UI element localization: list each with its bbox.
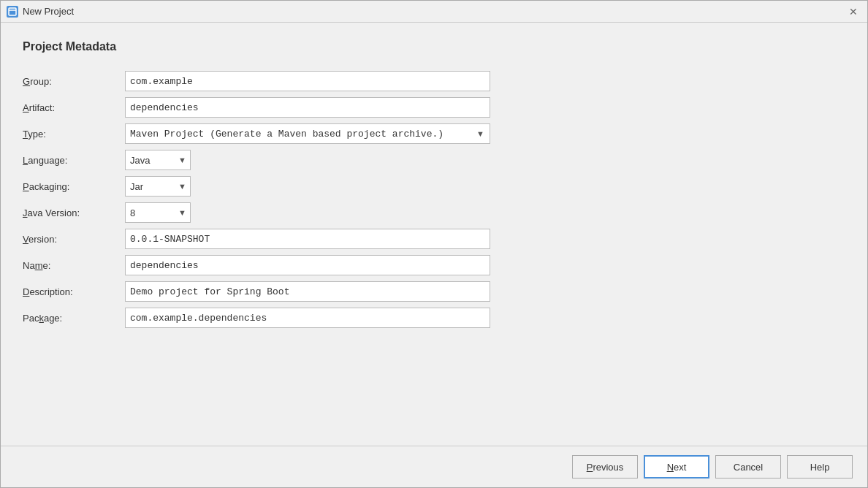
- group-label: Group:: [23, 68, 125, 94]
- group-input[interactable]: com.example: [125, 71, 490, 91]
- type-select-wrapper: Maven Project (Generate a Maven based pr…: [125, 123, 490, 144]
- section-title: Project Metadata: [23, 40, 845, 53]
- language-label: Language:: [23, 147, 125, 173]
- artifact-field: dependencies: [125, 94, 549, 121]
- window-title: New Project: [23, 6, 74, 17]
- version-field: 0.0.1-SNAPSHOT: [125, 226, 549, 252]
- packaging-select[interactable]: Jar War: [125, 176, 191, 197]
- name-label: Name:: [23, 252, 125, 278]
- svg-rect-0: [9, 8, 16, 15]
- packaging-label: Packaging:: [23, 173, 125, 199]
- help-button[interactable]: Help: [787, 455, 853, 479]
- packaging-field: Jar War ▼: [125, 173, 549, 199]
- description-field: Demo project for Spring Boot: [125, 278, 549, 305]
- next-button[interactable]: Next: [644, 455, 709, 479]
- description-input[interactable]: Demo project for Spring Boot: [125, 281, 490, 302]
- type-select[interactable]: Maven Project (Generate a Maven based pr…: [125, 123, 490, 144]
- new-project-window: New Project ✕ Project Metadata Group: co…: [0, 0, 868, 488]
- java-version-field: 8 11 17 21 ▼: [125, 199, 549, 226]
- java-version-select-wrapper: 8 11 17 21 ▼: [125, 202, 191, 223]
- close-button[interactable]: ✕: [845, 4, 861, 20]
- name-input[interactable]: dependencies: [125, 255, 490, 275]
- language-field: Java Kotlin Groovy ▼: [125, 147, 549, 173]
- name-field: dependencies: [125, 252, 549, 278]
- package-field: com.example.dependencies: [125, 305, 549, 331]
- type-label: Type:: [23, 121, 125, 147]
- app-icon: [7, 6, 18, 18]
- group-field: com.example: [125, 68, 549, 94]
- java-version-label: Java Version:: [23, 199, 125, 226]
- package-input[interactable]: com.example.dependencies: [125, 308, 490, 328]
- package-label: Package:: [23, 305, 125, 331]
- language-select[interactable]: Java Kotlin Groovy: [125, 150, 191, 170]
- dialog-footer: Previous Next Cancel Help: [1, 446, 867, 487]
- description-label: Description:: [23, 278, 125, 305]
- artifact-label: Artifact:: [23, 94, 125, 121]
- language-select-wrapper: Java Kotlin Groovy ▼: [125, 150, 191, 170]
- packaging-select-wrapper: Jar War ▼: [125, 176, 191, 197]
- title-bar-left: New Project: [7, 6, 74, 18]
- artifact-input[interactable]: dependencies: [125, 97, 490, 118]
- cancel-button[interactable]: Cancel: [715, 455, 781, 479]
- type-field: Maven Project (Generate a Maven based pr…: [125, 121, 549, 147]
- title-bar: New Project ✕: [1, 1, 867, 23]
- form-grid: Group: com.example Artifact: dependencie…: [23, 68, 549, 331]
- version-label: Version:: [23, 226, 125, 252]
- java-version-select[interactable]: 8 11 17 21: [125, 202, 191, 223]
- previous-button[interactable]: Previous: [572, 455, 638, 479]
- version-input[interactable]: 0.0.1-SNAPSHOT: [125, 229, 490, 249]
- dialog-content: Project Metadata Group: com.example Arti…: [1, 23, 867, 446]
